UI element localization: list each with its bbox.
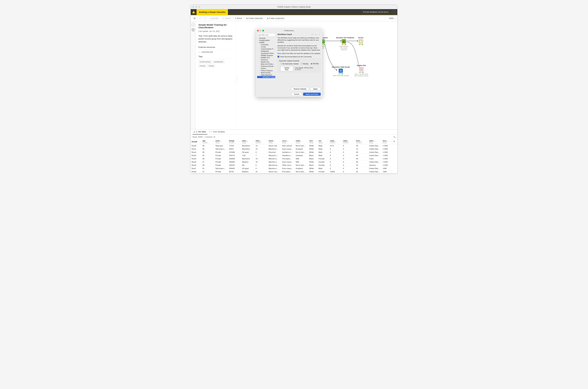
radio-monthly[interactable]: Monthly	[311, 63, 319, 65]
tree-item-general[interactable]: General	[257, 37, 275, 39]
column-header[interactable]: capit…Number …⌄	[329, 139, 342, 144]
cancel-button[interactable]: Cancel	[291, 93, 302, 96]
filter-column[interactable]: ⧩	[392, 139, 397, 144]
tree-item-chemistry[interactable]: Chemistry	[257, 43, 275, 46]
dialog-footer: Cancel Apply and Close	[256, 91, 322, 97]
create-metanode-button[interactable]: ⊞Create metanode	[244, 17, 264, 20]
column-header[interactable]: hour…Number …⌄	[355, 139, 368, 144]
tree-item-databases[interactable]: Databases	[257, 50, 275, 52]
column-header[interactable]: RowID	[191, 139, 201, 144]
column-header[interactable]: fnlwgtNumber …⌄	[228, 139, 241, 144]
tree-item-conda[interactable]: Conda	[257, 46, 275, 48]
cancel-button[interactable]: ✕Cancel	[221, 17, 232, 20]
community-recommendations-checkbox[interactable]: ✓ Node Recommendations by the Community	[277, 56, 321, 58]
column-header[interactable]: ageNumber …⌄	[201, 139, 215, 144]
tree-item-install[interactable]: Install/Update	[257, 39, 275, 41]
tree-item-kerberos[interactable]: Kerberos	[257, 59, 275, 61]
tree-item-pythonlegacy[interactable]: Python (legacy)	[257, 69, 275, 72]
description-panel: Simple Model Training for Classification…	[196, 21, 236, 129]
table-row[interactable]: Row752Self-emp-n…209642HS-grad9Married-c…	[191, 167, 397, 170]
table-row[interactable]: Row831Private45781Masters14Never-mar…Pro…	[191, 170, 397, 173]
column-header[interactable]: inco…String⌄	[382, 139, 392, 144]
tree-item-custom[interactable]: Customization Profiles	[257, 48, 275, 50]
column-header[interactable]: relati…String⌄	[295, 139, 308, 144]
info-icon[interactable]: i	[192, 23, 195, 26]
radio-no-update[interactable]: No Automatic Update	[280, 63, 299, 65]
column-header[interactable]: raceString⌄	[308, 139, 318, 144]
tab-file-table[interactable]: ▸1: File Table	[193, 130, 207, 134]
reset-button[interactable]: ↺Reset	[233, 17, 243, 20]
update-now-button[interactable]: Update Now	[280, 66, 293, 71]
pref-nav-icons[interactable]: ⇦ ⇨ ⋮	[312, 33, 321, 35]
table-row[interactable]: Row428Private338409Bachelors13Married-ci…	[191, 157, 397, 160]
feedback-button[interactable]: Provide feedback via the forum	[361, 10, 391, 14]
column-header[interactable]: marit…String⌄	[268, 139, 281, 144]
table-cell: White	[308, 167, 318, 170]
tag[interactable]: training	[198, 64, 206, 67]
tag[interactable]: classification	[212, 60, 225, 63]
tree-item-jsviews[interactable]: JavaScript Views	[257, 52, 275, 54]
zoom-control[interactable]: 100%⌄	[389, 17, 396, 19]
node-scatter-plot[interactable]: Scatter Plot ⁙ Age vs. number-hours colo…	[353, 65, 370, 77]
table-cell: 209642	[228, 167, 241, 170]
filter-input[interactable]	[257, 33, 275, 36]
node-interactive-table[interactable]: Interactive Table (local) ⊞ Show entire …	[331, 66, 350, 77]
undo-button[interactable]: ↶	[198, 17, 202, 20]
tree-item-explorer[interactable]: KNIME Explorer	[257, 54, 275, 57]
tab-flow-variables[interactable]: ⚬⚬Flow Variables	[207, 130, 227, 134]
restore-defaults-button[interactable]: Restore Defaults	[291, 87, 309, 91]
table-cell: 338409	[228, 157, 241, 160]
column-header[interactable]: nativ…String⌄	[368, 139, 382, 144]
search-icon[interactable]: 🔍	[393, 136, 395, 138]
apply-button[interactable]: Apply	[310, 87, 321, 91]
add-icon[interactable]: +	[192, 28, 195, 32]
tree-item-python[interactable]: Python	[257, 67, 275, 69]
column-header[interactable]: educ…String⌄	[241, 139, 255, 144]
table-row[interactable]: Row649Private1601879th5Married-sp…Other-…	[191, 164, 397, 167]
table-row[interactable]: Row150Self-emp-n…83311Bachelors13Married…	[191, 147, 397, 151]
collapse-description-handle[interactable]: ‹	[236, 75, 237, 82]
learning-hub-link[interactable]: →Learning Hub	[198, 51, 233, 53]
tag[interactable]: model training	[198, 60, 212, 63]
tree-item-gui[interactable]: KNIME GUI	[257, 57, 275, 59]
table-cell: Not-in-fam…	[295, 144, 308, 147]
column-header[interactable]: work…String⌄	[214, 139, 228, 144]
tree-item-workflowcoach[interactable]: Workflow Coach	[257, 76, 275, 78]
tree-item-knime[interactable]: KNIME	[257, 41, 275, 43]
table-cell: Male	[318, 151, 329, 154]
radio-weekly[interactable]: Weekly	[301, 63, 309, 65]
last-update-text: Last Update: 30 Nov 2022, 21:33:22	[295, 67, 319, 70]
filter-icon[interactable]: ⧩	[393, 141, 395, 142]
workflow-tab[interactable]: Building a Simple Classifier	[196, 9, 228, 15]
column-header[interactable]: occu…String⌄	[281, 139, 295, 144]
tree-item-masterkey[interactable]: Master Key	[257, 61, 275, 63]
apply-and-close-button[interactable]: Apply and Close	[303, 93, 321, 96]
app-logo[interactable]	[191, 9, 196, 15]
tree-item-renderers[interactable]: Preferred Renderers	[257, 65, 275, 67]
table-cell: Bachelors	[241, 144, 255, 147]
table-row[interactable]: Row353Private23472111th7Married-ci…Handl…	[191, 154, 397, 157]
node-decision-tree-predictor[interactable]: Decision Tree Predictor ◧ Apply decision…	[336, 37, 352, 50]
table-row[interactable]: Row039State-gov77516Bachelors13Never-mar…	[191, 144, 397, 147]
table-cell: 215646	[228, 151, 241, 154]
execute-button[interactable]: ▸Execute	[208, 17, 220, 20]
table-row[interactable]: Row238Private215646HS-grad9DivorcedHandl…	[191, 151, 397, 154]
table-row[interactable]: Row537Private284582Masters14Married-ci…E…	[191, 160, 397, 164]
column-header[interactable]: educ…Number …⌄	[255, 139, 268, 144]
workflow-canvas[interactable]: ‹ …e Learner …edict …me" Decision T	[236, 21, 397, 129]
table-cell: Black	[308, 157, 318, 160]
table-cell: Other-servi…	[281, 164, 295, 167]
tree-item-metainfo[interactable]: Meta Info Preferences	[257, 63, 275, 65]
table-cell: State-gov	[214, 144, 228, 147]
column-header[interactable]: sexString⌄	[318, 139, 329, 144]
column-header[interactable]: capit…Number …⌄	[342, 139, 355, 144]
tree-item-tablebackend[interactable]: Table Backend	[257, 74, 275, 76]
tree-item-rdkit[interactable]: RDKit Nodes	[257, 72, 275, 74]
save-button[interactable]: 🖫	[192, 17, 197, 20]
cols-count: Columns: 15	[205, 136, 215, 138]
expand-button[interactable]: ⛶	[392, 10, 396, 14]
create-component-button[interactable]: ◈Create component	[265, 17, 286, 20]
node-scorer[interactable]: Scorer 📄	[353, 37, 369, 46]
tag[interactable]: testing	[207, 64, 215, 67]
redo-button[interactable]: ↷	[203, 17, 207, 20]
